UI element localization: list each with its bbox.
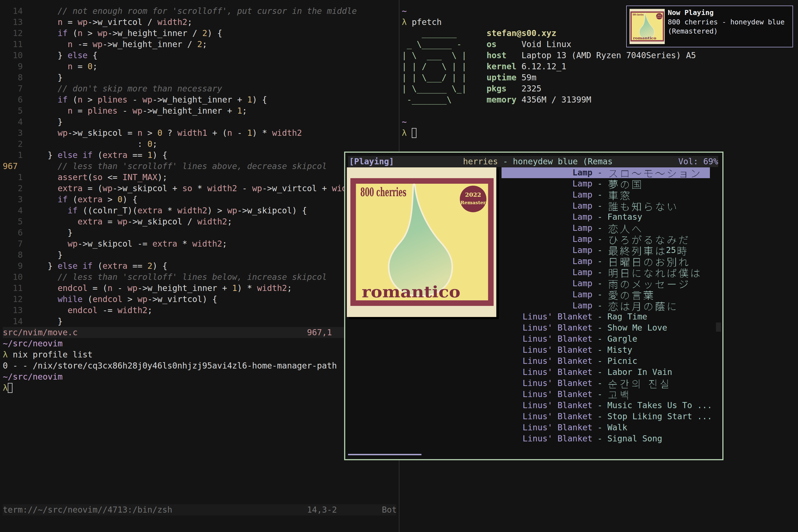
line-number: 9	[3, 61, 28, 71]
editor-line[interactable]: 6 }	[3, 227, 387, 238]
editor-line[interactable]: 10 } else {	[3, 50, 387, 61]
editor-line[interactable]: 14 // not enough room for 'scrolloff', p…	[3, 5, 387, 17]
editor-line[interactable]: 14 }	[3, 316, 387, 327]
title-ascii-text	[692, 400, 697, 410]
queue-row[interactable]: Linus' Blanket-	[348, 389, 718, 400]
queue-row[interactable]: Lamp-	[348, 267, 718, 278]
text-segment-v: wp	[252, 184, 262, 193]
queue-row[interactable]: Linus' Blanket-Misty	[348, 344, 718, 356]
queue-row[interactable]: Linus' Blanket-Music Takes Us To ...	[348, 400, 718, 411]
editor-line[interactable]: 7 // don't skip more than necessary	[3, 83, 387, 94]
title-ascii-text: .	[697, 412, 702, 421]
editor-line[interactable]: 2 extra = (wp->w_skipcol + so * width2 -…	[3, 183, 387, 194]
editor-line[interactable]: 9 n = 0;	[3, 61, 387, 72]
title-ascii-text: a	[612, 312, 618, 321]
editor-line[interactable]: 7 wp->w_skipcol -= extra * width2;	[3, 238, 387, 249]
player-titlebar[interactable]: [Playing] herries - honeydew blue (Remas…	[348, 156, 718, 167]
cjk-glyph	[622, 170, 628, 177]
queue-row[interactable]: Lamp-	[348, 289, 718, 300]
editor-line[interactable]: 12 while (endcol > wp->w_virtcol) {	[3, 294, 387, 305]
queue-row[interactable]: Linus' Blanket-Signal Song	[348, 433, 718, 444]
editor-line[interactable]: 13 endcol -= width2;	[3, 305, 387, 316]
text-segment-v: n	[78, 95, 82, 104]
cjk-glyph	[632, 226, 641, 232]
queue-row[interactable]: Linus' Blanket-Labor In Vain	[348, 366, 718, 378]
queue-artist: Linus' Blanket	[522, 322, 592, 333]
title-ascii-text: M	[607, 400, 612, 410]
shell-line: λ	[402, 128, 696, 138]
queue-row[interactable]: Linus' Blanket-	[348, 378, 718, 389]
queue-row[interactable]: Linus' Blanket-Stop Liking Start ...	[348, 411, 718, 422]
queue-row[interactable]: Lamp-	[348, 178, 718, 189]
queue-row[interactable]: Linus' Blanket-Walk	[348, 422, 718, 433]
editor-line[interactable]: 1 assert(so <= INT_MAX);	[3, 172, 387, 183]
shell-line	[402, 105, 696, 116]
cjk-glyph	[610, 258, 616, 267]
editor-line[interactable]: 11 n -= wp->w_height_inner / 2;	[3, 39, 387, 50]
text-segment-k: else	[68, 51, 88, 60]
editor-line[interactable]: 5 n = plines - wp->w_height_inner + 1;	[3, 105, 387, 116]
queue-row[interactable]: Lamp-Fantasy	[348, 211, 718, 223]
editor-statusline: src/nvim/move.c967,1	[3, 327, 396, 338]
title-ascii-text: g	[618, 434, 622, 443]
editor-line[interactable]: 3 if (extra > 0) {	[3, 194, 387, 205]
editor-line[interactable]: 5 extra = wp->w_skipcol / width2;	[3, 216, 387, 227]
text-segment-d: -	[237, 184, 252, 193]
queue-row[interactable]: Linus' Blanket-Gargle	[348, 333, 718, 344]
text-segment-k: else	[58, 150, 78, 160]
title-ascii-text	[692, 412, 697, 421]
text-segment-v: n	[68, 61, 73, 71]
editor-line[interactable]: 4 }	[3, 116, 387, 128]
editor-buffer[interactable]: 14 // not enough room for 'scrolloff', p…	[3, 5, 387, 327]
editor-line[interactable]: 967 // less than 'scrolloff' lines above…	[3, 161, 387, 172]
queue-row[interactable]: Lamp-	[348, 300, 718, 311]
text-segment-d: }	[28, 250, 63, 260]
title-ascii-text: a	[627, 212, 632, 222]
cjk-glyph	[621, 303, 629, 310]
queue-row[interactable]: Lamp-	[348, 200, 718, 211]
title-ascii-text: M	[607, 345, 612, 355]
queue-row[interactable]: Lamp-	[348, 189, 718, 200]
player-queue-scrollbar[interactable]	[716, 323, 721, 332]
text-segment-d: }	[28, 317, 63, 326]
player-volume[interactable]: Vol: 69%	[678, 156, 718, 167]
text-segment-path: ~	[402, 117, 407, 127]
queue-row[interactable]: Lamp-	[348, 223, 718, 233]
editor-line[interactable]: 4 if ((colnr_T)(extra * width2) > wp->w_…	[3, 205, 387, 216]
queue-row[interactable]: Lamp-	[348, 233, 718, 245]
cjk-title-text	[607, 200, 678, 211]
cjk-glyph	[621, 236, 628, 244]
editor-line[interactable]: 13 n = wp->w_virtcol / width2;	[3, 17, 387, 28]
editor-line[interactable]: 8 }	[3, 72, 387, 83]
editor-line[interactable]: 11 endcol = (n - wp->w_height_inner + 1)…	[3, 283, 387, 294]
cjk-glyph	[645, 282, 651, 288]
queue-row[interactable]: Linus' Blanket-Rag Time	[348, 311, 718, 322]
text-segment-d: }	[28, 150, 58, 160]
editor-line[interactable]: 6 if (n > plines - wp->w_height_inner + …	[3, 94, 387, 105]
queue-row[interactable]: Lamp-25	[348, 245, 718, 256]
editor-line[interactable]: 8 }	[3, 249, 387, 261]
queue-row[interactable]: Lamp-	[348, 256, 718, 267]
now-playing-notification[interactable]: Now Playing 800 cherries - honeydew blue…	[626, 5, 793, 48]
editor-line[interactable]: 10 // less than 'scrolloff' lines below,…	[3, 271, 387, 283]
editor-line[interactable]: 1 } else if (extra == 1) {	[3, 150, 387, 161]
queue-title: Fantasy	[607, 211, 642, 223]
line-number: 967	[3, 161, 28, 171]
cjk-title-text	[607, 167, 701, 178]
queue-row[interactable]: Linus' Blanket-Show Me Love	[348, 322, 718, 333]
editor-line[interactable]: 2 : 0;	[3, 138, 387, 150]
queue-row[interactable]: Lamp-	[348, 278, 718, 289]
left-terminal-window[interactable]: 14 // not enough room for 'scrolloff', p…	[0, 0, 399, 532]
marquee-artist-fragment: herries	[463, 156, 498, 166]
queue-row[interactable]: Linus' Blanket-Picnic	[348, 356, 718, 366]
editor-line[interactable]: 9 } else if (extra == 2) {	[3, 261, 387, 271]
cjk-glyph	[608, 280, 618, 289]
text-segment-d: ->w_skipcol) {	[237, 206, 307, 215]
editor-line[interactable]: 12 if (n > wp->w_height_inner / 2) {	[3, 28, 387, 39]
editor-line[interactable]: 3 wp->w_skipcol = n > 0 ? width1 + (n - …	[3, 128, 387, 138]
embedded-terminal-output[interactable]: ~/src/neovimλ nix profile list0 - - /nix…	[3, 338, 337, 394]
player-progress-bar[interactable]	[348, 454, 421, 455]
text-segment-d	[28, 17, 58, 27]
music-player-window[interactable]: [Playing] herries - honeydew blue (Remas…	[344, 152, 723, 460]
queue-row[interactable]: Lamp-	[348, 167, 718, 178]
